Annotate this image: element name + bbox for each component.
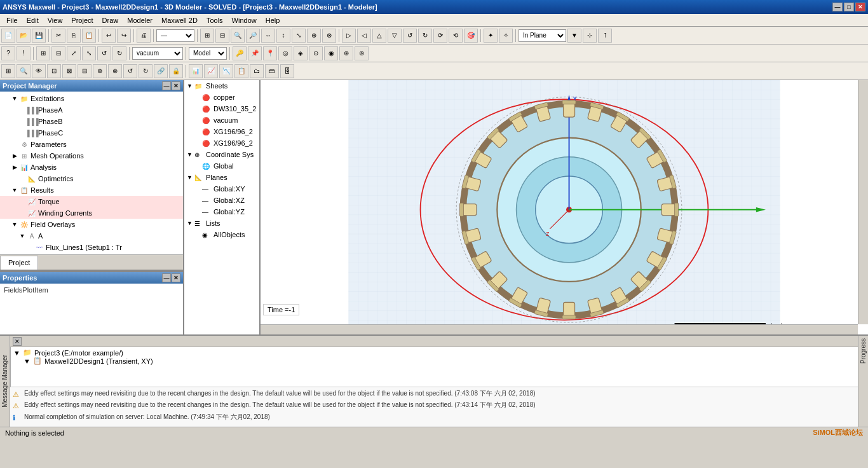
model-combo[interactable]: Model <box>189 47 227 60</box>
expand-optimetrics[interactable] <box>18 174 27 183</box>
expand-results[interactable]: ▼ <box>10 186 19 195</box>
props-minimize[interactable]: — <box>162 273 171 282</box>
horizontal-scrollbar[interactable] <box>261 324 858 334</box>
tb3-1[interactable]: ⊞ <box>1 64 15 78</box>
tb3-8[interactable]: ⊗ <box>108 64 122 78</box>
tb2-2[interactable]: ! <box>17 46 31 60</box>
mid-tree-item[interactable]: ▼📐Planes <box>184 172 259 183</box>
cut-btn[interactable]: ✂ <box>51 29 65 43</box>
menu-edit[interactable]: Edit <box>23 16 43 25</box>
menu-tools[interactable]: Tools <box>203 16 227 25</box>
tb3-17[interactable]: 🗂 <box>250 64 264 78</box>
tree-item-torque[interactable]: 📈Torque <box>0 196 183 207</box>
tb2-4[interactable]: ⊟ <box>51 46 65 60</box>
tb3-6[interactable]: ⊟ <box>78 64 92 78</box>
tb9[interactable]: ⊗ <box>322 29 336 43</box>
mt-expand[interactable]: ▼ <box>187 83 194 89</box>
menu-maxwell2d[interactable]: Maxwell 2D <box>158 16 201 25</box>
mid-tree-item[interactable]: —Global:XZ <box>184 195 259 206</box>
tb13[interactable]: ▽ <box>388 29 402 43</box>
close-icon[interactable]: ✕ <box>13 337 22 346</box>
tb6[interactable]: ↕ <box>276 29 290 43</box>
expand-analysis[interactable]: ▶ <box>10 163 19 172</box>
tree-item-parameters[interactable]: ⚙Parameters <box>0 139 183 150</box>
expand-excitations[interactable]: ▼ <box>10 94 19 103</box>
mid-tree-item[interactable]: ◉AllObjects <box>184 229 259 240</box>
tb12[interactable]: △ <box>372 29 386 43</box>
tb23[interactable]: ⊺ <box>598 29 612 43</box>
redo-btn[interactable]: ↪ <box>117 29 131 43</box>
tb1[interactable]: ⊞ <box>200 29 214 43</box>
close-btn[interactable]: ✕ <box>855 3 865 11</box>
tb20[interactable]: ✧ <box>499 29 513 43</box>
tb15[interactable]: ↻ <box>418 29 432 43</box>
minimize-btn[interactable]: — <box>832 3 843 11</box>
mt-expand[interactable]: ▼ <box>187 174 194 181</box>
tree-item-fieldoverlay[interactable]: ▼🔆Field Overlays <box>0 219 183 230</box>
tb19[interactable]: ✦ <box>484 29 498 43</box>
tb18[interactable]: 🎯 <box>464 29 478 43</box>
tree-item-analysis[interactable]: ▶📊Analysis <box>0 162 183 173</box>
tb3-11[interactable]: 🔗 <box>154 64 168 78</box>
mt-expand[interactable]: ▼ <box>187 220 194 226</box>
tb21[interactable]: ▼ <box>567 29 581 43</box>
mid-tree-item[interactable]: —Global:XY <box>184 183 259 195</box>
expand-mesh[interactable]: ▶ <box>10 151 19 160</box>
tb2-17[interactable]: ⊚ <box>355 46 369 60</box>
expand-a_item[interactable]: ▼ <box>18 231 27 240</box>
mid-tree-item[interactable]: 🔴XG196/96_2 <box>184 137 259 149</box>
print-btn[interactable]: 🖨 <box>137 29 151 43</box>
tb2-6[interactable]: ⤡ <box>82 46 96 60</box>
tree-item-winding[interactable]: 📈Winding Currents <box>0 207 183 219</box>
menu-project[interactable]: Project <box>67 16 97 25</box>
save-btn[interactable]: 💾 <box>32 29 46 43</box>
mid-tree-item[interactable]: 🔴vacuum <box>184 114 259 126</box>
pm-close[interactable]: ✕ <box>172 81 180 90</box>
new-btn[interactable]: 📄 <box>1 29 15 43</box>
undo-btn[interactable]: ↩ <box>102 29 116 43</box>
mid-tree-item[interactable]: 🔴XG196/96_2 <box>184 126 259 137</box>
tb4[interactable]: 🔎 <box>246 29 260 43</box>
props-close[interactable]: ✕ <box>172 273 180 282</box>
tb3-12[interactable]: 🔒 <box>169 64 183 78</box>
material-combo[interactable]: vacuum <box>132 47 183 60</box>
tb3-3[interactable]: 👁 <box>32 64 46 78</box>
props-controls[interactable]: — ✕ <box>162 273 180 282</box>
tb3-14[interactable]: 📈 <box>204 64 218 78</box>
mt-expand[interactable]: ▼ <box>187 151 194 158</box>
tb16[interactable]: ⟳ <box>433 29 447 43</box>
tb3-4[interactable]: ⊡ <box>47 64 61 78</box>
menu-file[interactable]: File <box>3 16 22 25</box>
tb2-7[interactable]: ↺ <box>97 46 111 60</box>
menu-window[interactable]: Window <box>228 16 261 25</box>
tb2-5[interactable]: ⤢ <box>67 46 81 60</box>
tb2-1[interactable]: ? <box>1 46 15 60</box>
tb2[interactable]: ⊟ <box>215 29 229 43</box>
tb10[interactable]: ▷ <box>342 29 356 43</box>
menu-view[interactable]: View <box>44 16 67 25</box>
vertical-scrollbar[interactable] <box>858 80 868 324</box>
tree-item-mesh[interactable]: ▶⊞Mesh Operations <box>0 150 183 162</box>
mid-tree-item[interactable]: —Global:YZ <box>184 206 259 217</box>
tb3-9[interactable]: ↺ <box>123 64 137 78</box>
tree-item-a_item[interactable]: ▼AA <box>0 230 183 242</box>
tb3-16[interactable]: 📋 <box>234 64 248 78</box>
tree-item-results[interactable]: ▼📋Results <box>0 184 183 196</box>
window-controls[interactable]: — □ ✕ <box>832 3 865 11</box>
mid-tree-item[interactable]: ▼☰Lists <box>184 217 259 229</box>
tb2-10[interactable]: 📌 <box>248 46 262 60</box>
tb5[interactable]: ↔ <box>261 29 275 43</box>
tree-item-phaseB[interactable]: ▐▐▐PhaseB <box>0 116 183 127</box>
tb7[interactable]: ⤡ <box>292 29 306 43</box>
tb22[interactable]: ⊹ <box>583 29 597 43</box>
menu-draw[interactable]: Draw <box>98 16 123 25</box>
tb3-19[interactable]: 🗄 <box>280 64 294 78</box>
tb2-16[interactable]: ⊛ <box>339 46 353 60</box>
tb3-18[interactable]: 🗃 <box>265 64 279 78</box>
tb11[interactable]: ◁ <box>357 29 371 43</box>
expand-parameters[interactable] <box>10 140 19 149</box>
pm-minimize[interactable]: — <box>162 81 171 90</box>
tb3-2[interactable]: 🔍 <box>17 64 31 78</box>
expand-fluxlines[interactable] <box>25 243 34 252</box>
tb3-13[interactable]: 📊 <box>189 64 203 78</box>
